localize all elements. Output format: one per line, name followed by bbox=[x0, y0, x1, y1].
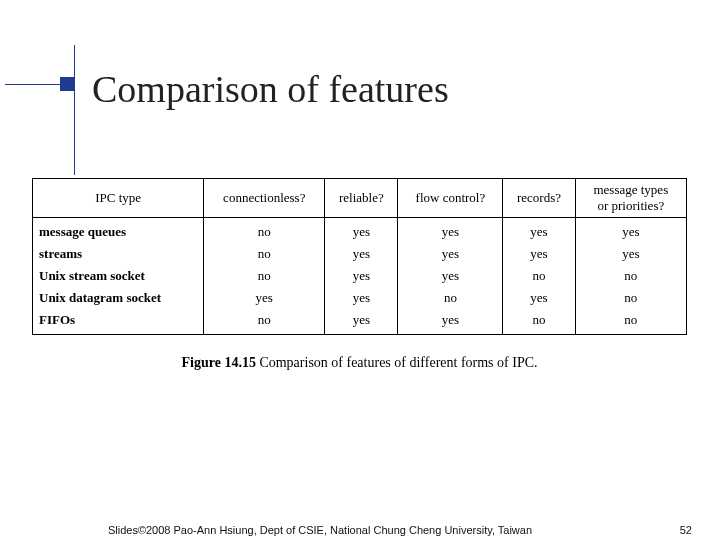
cell: no bbox=[204, 218, 325, 244]
table-row: message queuesnoyesyesyesyes bbox=[33, 218, 687, 244]
caption-prefix: Figure 14.15 bbox=[181, 355, 255, 370]
cell: yes bbox=[325, 265, 398, 287]
title-block: Comparison of features bbox=[60, 70, 449, 108]
table-header-row: IPC type connectionless? reliable? flow … bbox=[33, 179, 687, 218]
row-label: FIFOs bbox=[33, 309, 204, 335]
caption-rest: Comparison of features of different form… bbox=[256, 355, 538, 370]
table-row: streamsnoyesyesyesyes bbox=[33, 243, 687, 265]
cell: no bbox=[503, 309, 575, 335]
table-area: IPC type connectionless? reliable? flow … bbox=[32, 178, 687, 371]
feature-table: IPC type connectionless? reliable? flow … bbox=[32, 178, 687, 335]
th-reliable: reliable? bbox=[325, 179, 398, 218]
cell: no bbox=[575, 309, 686, 335]
th-records: records? bbox=[503, 179, 575, 218]
row-label: Unix stream socket bbox=[33, 265, 204, 287]
row-label: Unix datagram socket bbox=[33, 287, 204, 309]
figure-caption: Figure 14.15 Comparison of features of d… bbox=[32, 355, 687, 371]
th-connectionless: connectionless? bbox=[204, 179, 325, 218]
cell: yes bbox=[204, 287, 325, 309]
cell: yes bbox=[575, 243, 686, 265]
cell: yes bbox=[398, 309, 503, 335]
cell: no bbox=[204, 243, 325, 265]
cell: yes bbox=[325, 243, 398, 265]
cell: no bbox=[398, 287, 503, 309]
accent-line-vertical bbox=[74, 45, 75, 175]
cell: yes bbox=[398, 243, 503, 265]
footer-text: Slides©2008 Pao-Ann Hsiung, Dept of CSIE… bbox=[0, 524, 640, 536]
cell: yes bbox=[398, 218, 503, 244]
th-ipc-type: IPC type bbox=[33, 179, 204, 218]
cell: yes bbox=[325, 309, 398, 335]
cell: no bbox=[575, 287, 686, 309]
slide: Comparison of features IPC type connecti… bbox=[0, 0, 720, 540]
table-row: Unix datagram socketyesyesnoyesno bbox=[33, 287, 687, 309]
cell: yes bbox=[503, 287, 575, 309]
page-number: 52 bbox=[680, 524, 692, 536]
cell: yes bbox=[503, 218, 575, 244]
cell: yes bbox=[325, 287, 398, 309]
cell: yes bbox=[575, 218, 686, 244]
row-label: message queues bbox=[33, 218, 204, 244]
cell: no bbox=[204, 309, 325, 335]
th-flow-control: flow control? bbox=[398, 179, 503, 218]
cell: no bbox=[204, 265, 325, 287]
row-label: streams bbox=[33, 243, 204, 265]
cell: no bbox=[503, 265, 575, 287]
table-row: FIFOsnoyesyesnono bbox=[33, 309, 687, 335]
cell: yes bbox=[503, 243, 575, 265]
slide-title: Comparison of features bbox=[92, 70, 449, 108]
cell: yes bbox=[325, 218, 398, 244]
cell: no bbox=[575, 265, 686, 287]
table-row: Unix stream socketnoyesyesnono bbox=[33, 265, 687, 287]
cell: yes bbox=[398, 265, 503, 287]
th-msg-types: message typesor priorities? bbox=[575, 179, 686, 218]
accent-square-icon bbox=[60, 77, 74, 91]
